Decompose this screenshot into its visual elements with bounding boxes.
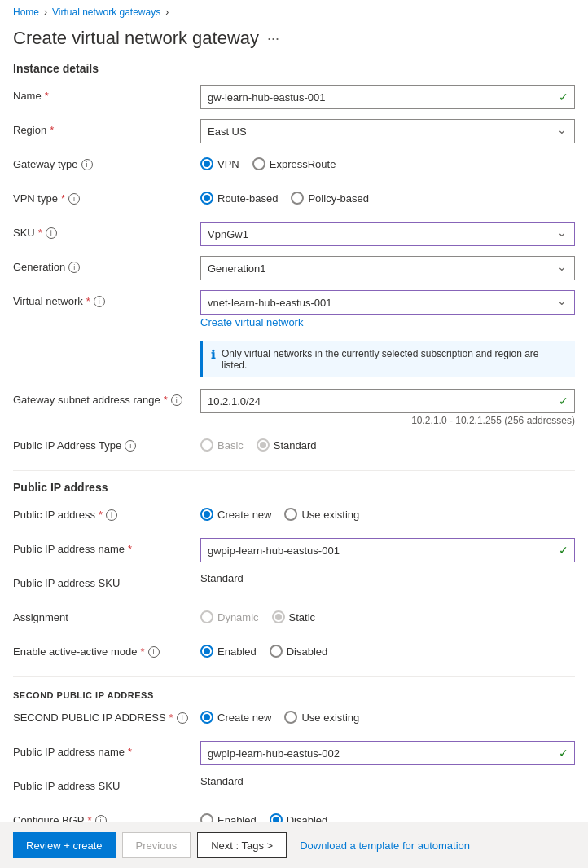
gateway-type-vpn-radio[interactable] (200, 157, 213, 170)
vpn-type-policy-radio[interactable] (291, 192, 304, 205)
name-input[interactable] (200, 85, 575, 109)
generation-select[interactable]: Generation1 (200, 256, 575, 280)
page-title: Create virtual network gateway (13, 28, 259, 49)
second-public-ip-control: Create new Use existing (200, 707, 575, 724)
sku-select-wrapper: VpnGw1 (200, 222, 575, 246)
gateway-type-expressroute-label: ExpressRoute (270, 158, 336, 170)
assignment-row: Assignment Dynamic Static (13, 606, 575, 632)
public-ip-create-new-label: Create new (217, 509, 271, 521)
second-public-ip-create-new[interactable]: Create new (200, 711, 271, 724)
second-public-ip-name-control: ✓ (200, 741, 575, 765)
vpn-type-route-radio[interactable] (200, 192, 213, 205)
name-row: Name * ✓ (13, 85, 575, 111)
ip-type-basic[interactable]: Basic (200, 438, 244, 452)
create-virtual-network-link[interactable]: Create virtual network (200, 316, 575, 328)
assignment-radio-group: Dynamic Static (200, 606, 575, 623)
assignment-control: Dynamic Static (200, 606, 575, 623)
assignment-label: Assignment (13, 606, 200, 623)
second-public-ip-sku-control: Standard (200, 775, 575, 787)
breadcrumb-home[interactable]: Home (13, 7, 39, 18)
public-ip-sku-row: Public IP address SKU Standard (13, 572, 575, 598)
gateway-subnet-note: 10.2.1.0 - 10.2.1.255 (256 addresses) (200, 415, 575, 426)
active-active-disabled-radio[interactable] (270, 645, 283, 658)
second-public-ip-name-required: * (128, 746, 132, 758)
second-public-ip-use-existing[interactable]: Use existing (284, 711, 359, 724)
second-public-ip-required: * (169, 712, 173, 724)
ip-type-standard-label: Standard (274, 439, 317, 452)
vpn-type-policy[interactable]: Policy-based (291, 192, 368, 205)
ip-type-standard[interactable]: Standard (257, 438, 317, 452)
active-active-enabled[interactable]: Enabled (200, 645, 257, 658)
name-input-wrapper: ✓ (200, 85, 575, 109)
region-label: Region * (13, 119, 200, 136)
vpn-type-route[interactable]: Route-based (200, 192, 278, 205)
ip-type-control: Basic Standard (200, 434, 575, 452)
second-public-ip-radio-group: Create new Use existing (200, 707, 575, 724)
divider-1 (13, 470, 575, 471)
generation-label: Generation i (13, 256, 200, 273)
public-ip-info-icon[interactable]: i (106, 509, 117, 521)
generation-info-icon[interactable]: i (68, 262, 80, 273)
ip-type-info-icon[interactable]: i (125, 440, 136, 452)
assignment-dynamic-radio[interactable] (200, 610, 213, 623)
ip-type-standard-radio[interactable] (257, 438, 270, 452)
second-public-ip-name-input[interactable] (200, 741, 575, 765)
virtual-network-info-icon[interactable]: i (94, 296, 105, 307)
breadcrumb-parent[interactable]: Virtual network gateways (52, 7, 160, 18)
active-active-disabled[interactable]: Disabled (270, 645, 328, 658)
gateway-type-info-icon[interactable]: i (81, 159, 93, 170)
assignment-static[interactable]: Static (272, 610, 316, 623)
public-ip-use-existing[interactable]: Use existing (284, 508, 359, 521)
active-active-enabled-radio[interactable] (200, 645, 213, 658)
second-public-ip-create-new-radio[interactable] (200, 711, 213, 724)
review-create-button[interactable]: Review + create (13, 832, 116, 858)
public-ip-name-control: ✓ (200, 538, 575, 562)
next-button[interactable]: Next : Tags > (197, 832, 287, 858)
second-public-ip-name-input-wrapper: ✓ (200, 741, 575, 765)
second-public-ip-section-title: SECOND PUBLIC IP ADDRESS (13, 690, 575, 700)
previous-button[interactable]: Previous (122, 832, 191, 858)
second-public-ip-name-label: Public IP address name * (13, 741, 200, 758)
ip-type-label: Public IP Address Type i (13, 434, 200, 452)
page-menu-icon[interactable]: ··· (267, 30, 279, 47)
vpn-type-info-icon[interactable]: i (68, 193, 80, 205)
region-required: * (50, 124, 54, 136)
region-select-wrapper: East US (200, 119, 575, 143)
gateway-subnet-input[interactable] (200, 389, 575, 413)
sku-select[interactable]: VpnGw1 (200, 222, 575, 246)
second-public-ip-info-icon[interactable]: i (177, 712, 188, 724)
info-box-text: Only virtual networks in the currently s… (222, 348, 567, 371)
divider-2 (13, 676, 575, 677)
gateway-type-vpn-label: VPN (217, 158, 239, 170)
second-public-ip-use-existing-radio[interactable] (284, 711, 297, 724)
public-ip-create-new-radio[interactable] (200, 508, 213, 521)
sku-info-icon[interactable]: i (46, 227, 57, 239)
active-active-info-icon[interactable]: i (148, 646, 160, 658)
region-select[interactable]: East US (200, 119, 575, 143)
active-active-disabled-label: Disabled (287, 645, 328, 658)
info-box: ℹ Only virtual networks in the currently… (200, 341, 575, 377)
public-ip-sku-label: Public IP address SKU (13, 572, 200, 589)
public-ip-use-existing-radio[interactable] (284, 508, 297, 521)
active-active-row: Enable active-active mode * i Enabled Di… (13, 641, 575, 667)
sku-required: * (38, 227, 42, 239)
assignment-dynamic[interactable]: Dynamic (200, 610, 259, 623)
public-ip-name-input[interactable] (200, 538, 575, 562)
assignment-static-radio[interactable] (272, 610, 285, 623)
name-control: ✓ (200, 85, 575, 109)
instance-details-title: Instance details (13, 62, 575, 75)
gateway-subnet-row: Gateway subnet address range * i ✓ 10.2.… (13, 389, 575, 426)
public-ip-create-new[interactable]: Create new (200, 508, 271, 521)
second-public-ip-row: SECOND PUBLIC IP ADDRESS * i Create new … (13, 707, 575, 733)
active-active-radio-group: Enabled Disabled (200, 641, 575, 658)
gateway-type-expressroute[interactable]: ExpressRoute (252, 157, 336, 170)
gateway-subnet-info-icon[interactable]: i (171, 394, 182, 406)
gateway-subnet-label: Gateway subnet address range * i (13, 389, 200, 406)
ip-type-basic-radio[interactable] (200, 438, 213, 452)
active-active-enabled-label: Enabled (217, 645, 257, 658)
gateway-type-expressroute-radio[interactable] (252, 157, 265, 170)
virtual-network-select[interactable]: vnet-learn-hub-eastus-001 (200, 290, 575, 315)
download-template-button[interactable]: Download a template for automation (293, 835, 476, 857)
generation-control: Generation1 (200, 256, 575, 280)
gateway-type-vpn[interactable]: VPN (200, 157, 239, 170)
